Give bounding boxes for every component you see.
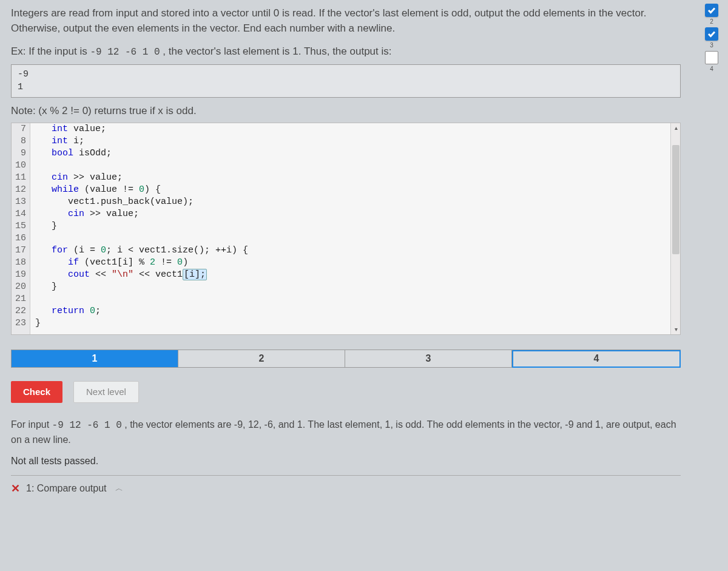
- test-label: 1: Compare output: [26, 483, 107, 494]
- example-input: -9 12 -6 1 0: [90, 47, 160, 58]
- scrollbar-thumb[interactable]: [672, 145, 679, 254]
- progress-step-4[interactable]: 4: [512, 350, 681, 368]
- x-icon: ✕: [11, 482, 20, 495]
- feedback-input: -9 12 -6 1 0: [52, 420, 122, 431]
- test-result-row[interactable]: ✕ 1: Compare output ︿: [11, 475, 681, 495]
- sidebar-item-number: 2: [710, 18, 713, 25]
- not-passed-text: Not all tests passed.: [11, 456, 681, 467]
- scroll-down-icon[interactable]: ▾: [671, 325, 681, 334]
- example-tail: , the vector's last element is 1. Thus, …: [163, 46, 391, 57]
- feedback-text: For input -9 12 -6 1 0 , the vector elem…: [11, 417, 681, 447]
- problem-note: Note: (x % 2 != 0) returns true if x is …: [11, 104, 681, 119]
- progress-step-2[interactable]: 2: [178, 350, 345, 368]
- code-area[interactable]: int value; int i; bool isOdd; cin >> val…: [30, 123, 680, 334]
- chevron-up-icon: ︿: [115, 483, 123, 494]
- checkmark-icon[interactable]: [705, 4, 718, 17]
- checkmark-icon[interactable]: [705, 27, 718, 41]
- line-number-gutter: 7891011121314151617181920212223: [12, 123, 30, 334]
- check-button[interactable]: Check: [11, 381, 62, 403]
- feedback-lead: For input: [11, 419, 52, 430]
- code-editor[interactable]: 7891011121314151617181920212223 int valu…: [11, 123, 681, 335]
- problem-description: Integers are read from input and stored …: [11, 6, 681, 36]
- vertical-scrollbar[interactable]: ▴ ▾: [670, 123, 680, 334]
- next-level-button[interactable]: Next level: [73, 381, 139, 403]
- progress-step-1[interactable]: 1: [12, 350, 178, 368]
- example-lead: Ex: If the input is: [11, 46, 90, 57]
- problem-example-lead: Ex: If the input is -9 12 -6 1 0 , the v…: [11, 44, 681, 59]
- progress-step-3[interactable]: 3: [345, 350, 512, 368]
- right-sidebar: 2 3 4: [699, 4, 724, 72]
- sidebar-item-number: 3: [710, 42, 713, 49]
- empty-checkbox-icon[interactable]: [705, 51, 718, 64]
- scroll-up-icon[interactable]: ▴: [671, 123, 681, 133]
- progress-bar: 1 2 3 4: [11, 350, 681, 368]
- sidebar-item-number: 4: [710, 66, 713, 72]
- example-output-box: -9 1: [11, 64, 681, 98]
